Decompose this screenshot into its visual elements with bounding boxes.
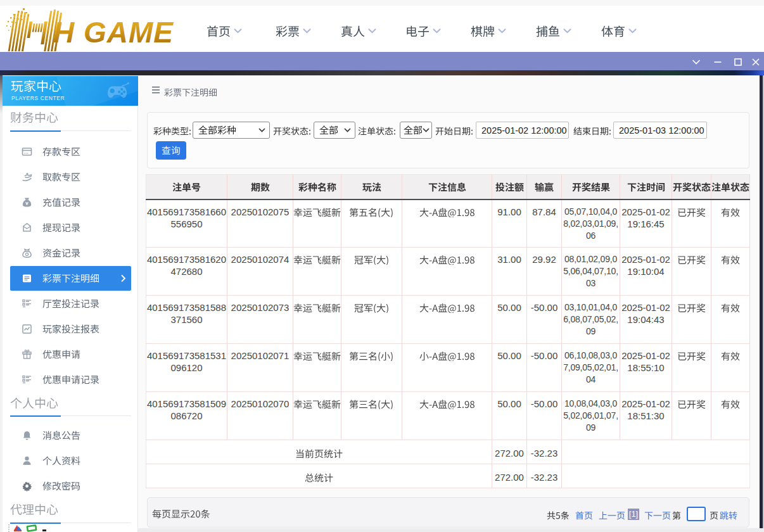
svg-text:H GAME: H GAME <box>53 16 174 49</box>
